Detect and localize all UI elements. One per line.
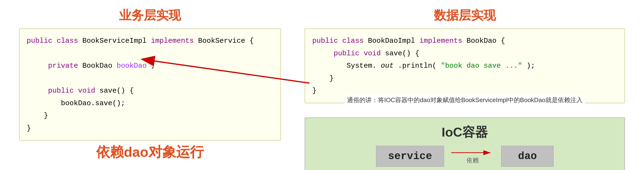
- kw-implements: implements: [151, 37, 194, 45]
- left-panel: 业务层实现 public class BookServiceImpl imple…: [19, 7, 281, 163]
- kw-private: private: [48, 62, 78, 70]
- right-code-wrapper: public class BookDaoImpl implements Book…: [305, 28, 625, 103]
- dep-label: 依赖: [466, 156, 479, 165]
- r-code-line-3: System. out .println( "book dao save ...…: [312, 60, 617, 72]
- service-box: service: [376, 146, 444, 167]
- dao-box: dao: [501, 146, 554, 167]
- kw-class: class: [57, 37, 78, 45]
- code-line-3: private BookDao bookDao ;: [27, 60, 273, 72]
- kw-public2: public: [48, 87, 74, 95]
- right-code-box: public class BookDaoImpl implements Book…: [305, 28, 625, 103]
- code-line-6: bookDao.save();: [27, 97, 273, 110]
- kw-void: void: [78, 87, 95, 95]
- r-code-line-4: }: [312, 72, 617, 85]
- code-line-blank2: [27, 72, 273, 85]
- r-code-line-1: public class BookDaoImpl implements Book…: [312, 35, 617, 47]
- dep-arrow: 依赖: [449, 148, 496, 165]
- code-line-5: public void save() {: [27, 85, 273, 97]
- right-code: public class BookDaoImpl implements Book…: [312, 35, 617, 97]
- code-line-8: }: [27, 122, 273, 135]
- code-line-blank1: [27, 47, 273, 60]
- page-container: 业务层实现 public class BookServiceImpl imple…: [0, 0, 644, 170]
- field-bookDao: bookDao: [116, 62, 146, 70]
- note-text: 通俗的讲：将IOC容器中的dao对象赋值给BookServiceImpl中的Bo…: [344, 94, 585, 106]
- left-code-box: public class BookServiceImpl implements …: [19, 28, 281, 141]
- r-code-line-2: public void save() {: [312, 47, 617, 60]
- ioc-container: IoC容器 service 依赖 dao: [305, 117, 625, 170]
- code-line-7: }: [27, 109, 273, 122]
- kw-public: public: [27, 37, 52, 45]
- right-title: 数据层实现: [434, 7, 496, 24]
- left-code: public class BookServiceImpl implements …: [27, 35, 273, 134]
- left-overlay-label: 依赖dao对象运行: [96, 143, 204, 162]
- ioc-boxes-row: service 依赖 dao: [312, 146, 617, 167]
- left-title: 业务层实现: [119, 7, 181, 24]
- code-line-1: public class BookServiceImpl implements …: [27, 35, 273, 47]
- note-wrapper: 通俗的讲：将IOC容器中的dao对象赋值给BookServiceImpl中的Bo…: [305, 94, 625, 106]
- ioc-title: IoC容器: [312, 124, 617, 141]
- right-panel: 数据层实现 public class BookDaoImpl implement…: [305, 7, 625, 163]
